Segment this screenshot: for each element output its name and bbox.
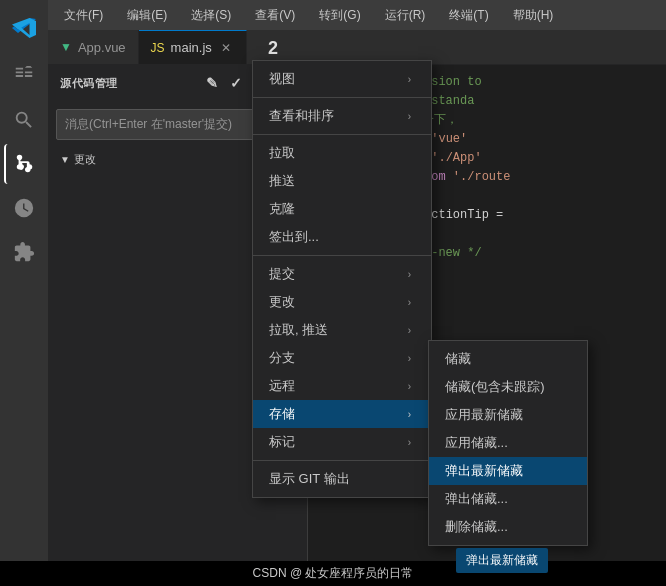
pop-latest-tooltip: 弹出最新储藏	[456, 548, 548, 573]
menu-item-commit[interactable]: 提交 ›	[253, 260, 431, 288]
menu-item-stash[interactable]: 存储 ›	[253, 400, 431, 428]
arrow-icon-changes: ›	[408, 297, 411, 308]
arrow-icon-tag: ›	[408, 437, 411, 448]
menu-label-changes: 更改	[269, 293, 295, 311]
menu-item-git-output[interactable]: 显示 GIT 输出	[253, 465, 431, 493]
stash-submenu: 储藏 储藏(包含未跟踪) 应用最新储藏 应用储藏... 弹出最新储藏 弹出储藏.…	[428, 340, 588, 546]
menu-item-tag[interactable]: 标记 ›	[253, 428, 431, 456]
tooltip-text: 弹出最新储藏	[466, 553, 538, 567]
menu-section-pull-push: 拉取 推送 克隆 签出到...	[253, 135, 431, 256]
context-menu-overlay: 视图 › 查看和排序 › 拉取 推送 克隆 签出到...	[0, 0, 666, 586]
arrow-icon-commit: ›	[408, 269, 411, 280]
submenu-item-drop[interactable]: 删除储藏...	[429, 513, 587, 541]
menu-section-sort: 查看和排序 ›	[253, 98, 431, 135]
submenu-item-apply[interactable]: 应用储藏...	[429, 429, 587, 457]
submenu-item-stash-untracked[interactable]: 储藏(包含未跟踪)	[429, 373, 587, 401]
menu-label-view: 视图	[269, 70, 295, 88]
menu-section-git-ops: 提交 › 更改 › 拉取, 推送 › 分支 › 远程 › 存储 ›	[253, 256, 431, 461]
menu-item-branch[interactable]: 分支 ›	[253, 344, 431, 372]
menu-item-checkout[interactable]: 签出到...	[253, 223, 431, 251]
context-menu: 视图 › 查看和排序 › 拉取 推送 克隆 签出到...	[252, 60, 432, 498]
submenu-item-pop[interactable]: 弹出储藏...	[429, 485, 587, 513]
menu-item-view[interactable]: 视图 ›	[253, 65, 431, 93]
arrow-icon-view: ›	[408, 74, 411, 85]
menu-section-git-output: 显示 GIT 输出	[253, 461, 431, 497]
menu-section-view: 视图 ›	[253, 61, 431, 98]
menu-label-checkout: 签出到...	[269, 228, 319, 246]
menu-label-pull: 拉取	[269, 144, 295, 162]
menu-label-pull-push: 拉取, 推送	[269, 321, 328, 339]
submenu-item-apply-latest[interactable]: 应用最新储藏	[429, 401, 587, 429]
arrow-icon-sort: ›	[408, 111, 411, 122]
arrow-icon-branch: ›	[408, 353, 411, 364]
menu-item-sort[interactable]: 查看和排序 ›	[253, 102, 431, 130]
menu-label-git-output: 显示 GIT 输出	[269, 470, 350, 488]
submenu-label-pop-latest: 弹出最新储藏	[445, 462, 523, 480]
arrow-icon-remote: ›	[408, 381, 411, 392]
submenu-label-drop: 删除储藏...	[445, 518, 508, 536]
submenu-label-stash-untracked: 储藏(包含未跟踪)	[445, 378, 545, 396]
menu-label-stash: 存储	[269, 405, 295, 423]
menu-label-sort: 查看和排序	[269, 107, 334, 125]
submenu-label-apply: 应用储藏...	[445, 434, 508, 452]
menu-label-tag: 标记	[269, 433, 295, 451]
submenu-label-stash: 储藏	[445, 350, 471, 368]
menu-item-clone[interactable]: 克隆	[253, 195, 431, 223]
menu-item-changes[interactable]: 更改 ›	[253, 288, 431, 316]
submenu-label-pop: 弹出储藏...	[445, 490, 508, 508]
menu-item-push[interactable]: 推送	[253, 167, 431, 195]
submenu-item-pop-latest[interactable]: 弹出最新储藏	[429, 457, 587, 485]
menu-item-pull[interactable]: 拉取	[253, 139, 431, 167]
menu-label-clone: 克隆	[269, 200, 295, 218]
menu-label-branch: 分支	[269, 349, 295, 367]
submenu-item-stash[interactable]: 储藏	[429, 345, 587, 373]
menu-item-remote[interactable]: 远程 ›	[253, 372, 431, 400]
menu-label-push: 推送	[269, 172, 295, 190]
menu-label-remote: 远程	[269, 377, 295, 395]
menu-item-pull-push[interactable]: 拉取, 推送 ›	[253, 316, 431, 344]
menu-label-commit: 提交	[269, 265, 295, 283]
arrow-icon-pull-push: ›	[408, 325, 411, 336]
arrow-icon-stash: ›	[408, 409, 411, 420]
submenu-label-apply-latest: 应用最新储藏	[445, 406, 523, 424]
